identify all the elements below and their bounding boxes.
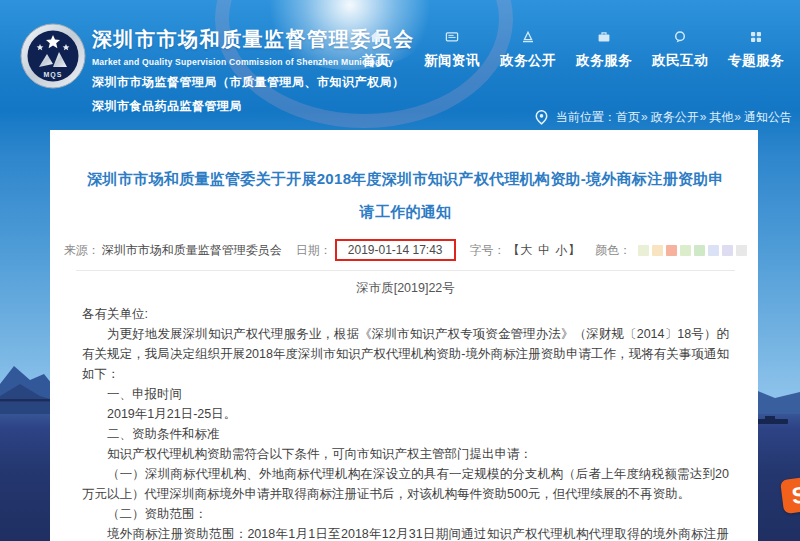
color-label: 颜色： — [595, 242, 631, 259]
services-icon — [597, 30, 611, 44]
color-swatch-1[interactable] — [638, 245, 649, 256]
article-paragraph-4: 2019年1月21日-25日。 — [82, 404, 729, 424]
article-meta: 来源： 深圳市市场和质量监督管理委员会 日期： 2019-01-14 17:43… — [82, 239, 729, 261]
breadcrumb-item-1[interactable]: 首页 — [616, 110, 640, 124]
breadcrumb-item-4[interactable]: 通知公告 — [744, 110, 792, 124]
breadcrumb-item-3[interactable]: 其他 — [709, 110, 733, 124]
location-pin-icon — [533, 109, 550, 126]
article-paragraph-2: 为更好地发展深圳知识产权代理服务业，根据《深圳市知识产权专项资金管理办法》（深财… — [82, 324, 729, 384]
main-nav: 首页新闻资讯政务公开政务服务政民互动专题服务 — [338, 30, 794, 70]
nav-label: 政务服务 — [566, 52, 642, 70]
article-paragraph-1: 各有关单位: — [82, 304, 729, 324]
fontsize-label: 字号： — [470, 242, 506, 259]
article-paragraph-3: 一、申报时间 — [82, 384, 729, 404]
source-value: 深圳市市场和质量监督管理委员会 — [102, 242, 282, 259]
org-subdepartment-2: 深圳市食品药品监督管理局 — [92, 98, 415, 115]
article-title: 深圳市市场和质量监管委关于开展2018年度深圳市知识产权代理机构资助-境外商标注… — [82, 162, 729, 228]
nav-label: 专题服务 — [718, 52, 794, 70]
article-paragraph-7: （一）深圳商标代理机构、外地商标代理机构在深设立的具有一定规模的分支机构（后者上… — [82, 464, 729, 504]
nav-item-interaction[interactable]: 政民互动 — [642, 30, 718, 70]
topics-icon — [749, 30, 763, 44]
breadcrumb-separator: » — [641, 110, 648, 124]
disclosure-icon — [521, 30, 535, 44]
color-swatch-5[interactable] — [694, 245, 705, 256]
nav-label: 首页 — [338, 52, 414, 70]
floating-share-badge-letter: S — [790, 481, 800, 510]
color-swatches — [635, 245, 747, 256]
nav-label: 政民互动 — [642, 52, 718, 70]
nav-label: 新闻资讯 — [414, 52, 490, 70]
article-body: 各有关单位:为更好地发展深圳知识产权代理服务业，根据《深圳市知识产权专项资金管理… — [82, 304, 729, 541]
article-paragraph-9: 境外商标注册资助范围：2018年1月1日至2018年12月31日期间通过知识产权… — [82, 524, 729, 541]
boat-silhouette — [756, 419, 788, 424]
svg-text:MQS: MQS — [44, 71, 63, 79]
nav-item-services[interactable]: 政务服务 — [566, 30, 642, 70]
nav-label: 政务公开 — [490, 52, 566, 70]
color-swatch-7[interactable] — [722, 245, 733, 256]
meta-divider — [76, 270, 735, 271]
home-icon — [369, 30, 383, 44]
article-paragraph-6: 知识产权代理机构资助需符合以下条件，可向市知识产权主管部门提出申请： — [82, 444, 729, 464]
article-card: 深圳市市场和质量监管委关于开展2018年度深圳市知识产权代理机构资助-境外商标注… — [50, 130, 758, 541]
source-label: 来源： — [64, 242, 100, 259]
page: MQS 深圳市市场和质量监督管理委员会 Market and Quality S… — [0, 0, 800, 541]
interaction-icon — [673, 30, 687, 44]
nav-item-disclosure[interactable]: 政务公开 — [490, 30, 566, 70]
breadcrumb-separator: » — [700, 110, 707, 124]
color-swatch-3[interactable] — [666, 245, 677, 256]
article-paragraph-8: （二）资助范围： — [82, 504, 729, 524]
date-label: 日期： — [296, 242, 332, 259]
article-paragraph-5: 二、资助条件和标准 — [82, 424, 729, 444]
breadcrumb-items: 首页»政务公开»其他»通知公告 — [616, 109, 792, 126]
nav-item-topics[interactable]: 专题服务 — [718, 30, 794, 70]
news-icon — [445, 30, 459, 44]
fontsize-controls[interactable]: 【大 中 小】 — [508, 242, 582, 259]
color-swatch-2[interactable] — [652, 245, 663, 256]
org-subdepartment-1: 深圳市市场监督管理局（市质量管理局、市知识产权局） — [92, 74, 415, 91]
color-swatch-8[interactable] — [736, 245, 747, 256]
breadcrumb-label: 当前位置： — [556, 109, 616, 126]
nav-item-home[interactable]: 首页 — [338, 30, 414, 70]
document-number: 深市质[2019]22号 — [82, 280, 729, 297]
breadcrumb-item-2[interactable]: 政务公开 — [651, 110, 699, 124]
breadcrumb: 当前位置： 首页»政务公开»其他»通知公告 — [533, 106, 792, 128]
color-swatch-4[interactable] — [680, 245, 691, 256]
org-logo: MQS — [20, 23, 86, 89]
color-swatch-6[interactable] — [708, 245, 719, 256]
nav-item-news[interactable]: 新闻资讯 — [414, 30, 490, 70]
breadcrumb-separator: » — [734, 110, 741, 124]
floating-share-badge[interactable]: S — [780, 476, 800, 514]
date-value-highlighted: 2019-01-14 17:43 — [335, 239, 456, 261]
